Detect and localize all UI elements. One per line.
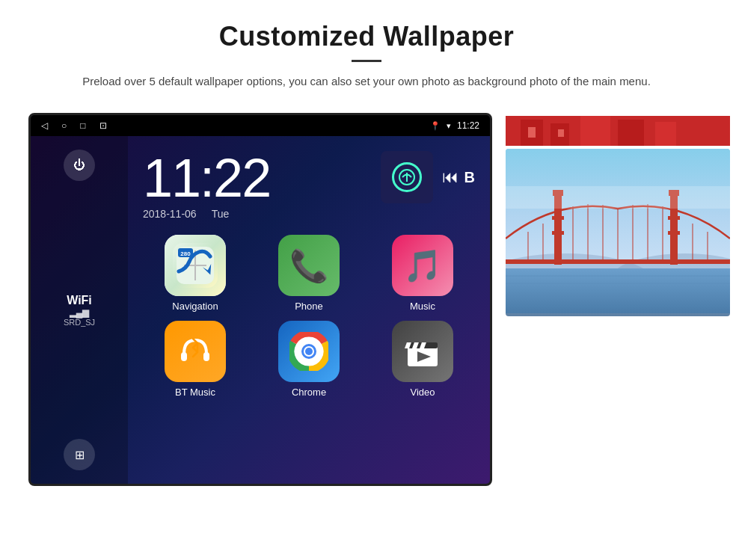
quick-wifi-icon[interactable] xyxy=(381,151,433,203)
app-phone[interactable]: 📞 Phone xyxy=(257,235,361,312)
svg-rect-55 xyxy=(506,186,730,209)
svg-text:280: 280 xyxy=(180,250,191,257)
back-icon[interactable]: ◁ xyxy=(41,120,48,131)
app-navigation[interactable]: 280 Navigation xyxy=(143,235,248,312)
wallpaper-thumb-2[interactable] xyxy=(506,149,730,316)
svg-point-13 xyxy=(305,348,313,355)
clock-time: 11:22 xyxy=(143,151,366,205)
video-label: Video xyxy=(410,387,435,398)
chrome-label: Chrome xyxy=(292,387,326,398)
power-button[interactable]: ⏻ xyxy=(64,150,95,181)
location-icon: 📍 xyxy=(430,121,441,131)
device-mockup: ◁ ○ □ ⊡ 📍 ▾ 11:22 ⏻ WiFi ▂▄▆ SRD_SJ xyxy=(28,113,492,486)
svg-rect-8 xyxy=(181,352,187,361)
page-description: Preload over 5 default wallpaper options… xyxy=(75,73,658,90)
clock-date: 2018-11-06 Tue xyxy=(143,208,366,220)
music-label: Music xyxy=(410,301,435,312)
music-icon: 🎵 xyxy=(392,235,453,296)
phone-icon: 📞 xyxy=(278,235,340,296)
left-sidebar: ⏻ WiFi ▂▄▆ SRD_SJ ⊞ xyxy=(31,136,128,484)
app-chrome[interactable]: Chrome xyxy=(257,321,361,398)
screenshot-icon: ⊡ xyxy=(99,120,107,131)
app-video[interactable]: Video xyxy=(370,321,475,398)
wifi-bars: ▂▄▆ xyxy=(64,307,95,318)
svg-rect-41 xyxy=(668,231,680,235)
svg-rect-40 xyxy=(668,216,680,220)
navigation-icon: 280 xyxy=(165,235,226,296)
clock-area: 11:22 2018-11-06 Tue xyxy=(128,136,490,227)
app-grid: 280 Navigation 📞 P xyxy=(128,227,490,410)
app-btmusic[interactable]: BT Music xyxy=(143,321,248,398)
wifi-info: WiFi ▂▄▆ SRD_SJ xyxy=(64,294,95,327)
status-bar: ◁ ○ □ ⊡ 📍 ▾ 11:22 xyxy=(31,115,490,136)
status-right: 📍 ▾ 11:22 xyxy=(430,120,479,131)
clock-day-value: Tue xyxy=(212,208,230,220)
svg-rect-25 xyxy=(655,122,676,146)
center-content: 11:22 2018-11-06 Tue xyxy=(128,136,490,484)
phone-label: Phone xyxy=(295,301,323,312)
track-label: B xyxy=(464,169,475,186)
home-icon[interactable]: ○ xyxy=(61,120,67,131)
btmusic-label: BT Music xyxy=(175,387,215,398)
wifi-label: WiFi xyxy=(64,294,95,307)
status-time: 11:22 xyxy=(457,120,479,131)
svg-rect-24 xyxy=(618,120,644,146)
apps-button[interactable]: ⊞ xyxy=(64,439,95,470)
title-divider xyxy=(352,60,381,62)
quick-apps: ⏮ B xyxy=(381,151,475,203)
content-area: ◁ ○ □ ⊡ 📍 ▾ 11:22 ⏻ WiFi ▂▄▆ SRD_SJ xyxy=(0,104,733,493)
wifi-status-icon: ▾ xyxy=(447,121,451,131)
page-title: Customized Wallpaper xyxy=(45,21,688,52)
nav-icons: ◁ ○ □ ⊡ xyxy=(41,120,107,131)
svg-rect-28 xyxy=(558,129,564,137)
svg-rect-9 xyxy=(203,352,209,361)
svg-rect-27 xyxy=(528,127,536,138)
svg-rect-39 xyxy=(552,231,564,235)
media-controls: ⏮ B xyxy=(442,167,475,187)
video-icon-bg xyxy=(392,321,453,382)
clock-date-value: 2018-11-06 xyxy=(143,208,197,220)
svg-rect-23 xyxy=(580,116,610,146)
wifi-signal-display xyxy=(392,162,422,192)
recents-icon[interactable]: □ xyxy=(80,120,85,131)
btmusic-icon xyxy=(165,321,226,382)
wifi-name: SRD_SJ xyxy=(64,318,95,327)
screen-content: ⏻ WiFi ▂▄▆ SRD_SJ ⊞ 11:22 2018-11-06 Tu xyxy=(31,136,490,484)
navigation-label: Navigation xyxy=(172,301,218,312)
svg-rect-32 xyxy=(506,268,730,313)
svg-rect-26 xyxy=(685,118,719,146)
clock-section: 11:22 2018-11-06 Tue xyxy=(143,151,366,220)
wallpaper-thumbnails xyxy=(506,113,730,316)
svg-rect-38 xyxy=(552,216,564,220)
page-header: Customized Wallpaper Preload over 5 defa… xyxy=(0,0,733,104)
app-music[interactable]: 🎵 Music xyxy=(370,235,475,312)
prev-track-icon[interactable]: ⏮ xyxy=(442,167,458,187)
chrome-icon xyxy=(278,321,340,382)
wallpaper-thumb-middle[interactable] xyxy=(506,116,730,146)
